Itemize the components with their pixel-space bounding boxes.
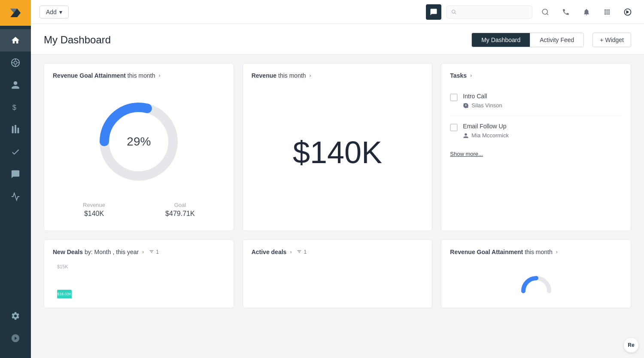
grid-button[interactable] [599,4,615,20]
bar-value: $16.03K [57,292,72,296]
tasks-chevron-icon: › [470,73,472,79]
phone-circle-icon [463,103,469,109]
active-deals-header: Active deals › 1 [252,249,424,255]
chat-icon-button[interactable] [426,4,441,20]
content: My Dashboard My Dashboard Activity Feed … [31,24,644,358]
svg-rect-10 [15,127,16,133]
zendesk-logo-button[interactable] [620,4,635,20]
page-title: My Dashboard [44,34,111,46]
task-item: Intro Call Silas Vinson [450,86,622,116]
donut-wrapper: 29% [91,94,186,189]
revenue-big-value: $140K [252,86,424,218]
search-icon [451,9,457,15]
show-more-link[interactable]: Show more... [450,151,483,157]
tab-activity-feed[interactable]: Activity Feed [530,33,583,47]
revenue-header: Revenue this month › [252,72,424,79]
add-button[interactable]: Add ▾ [39,6,69,18]
revenue-title: Revenue [252,72,276,79]
task-info-1: Intro Call Silas Vinson [463,93,622,109]
main: Add ▾ My Dashboard [31,0,644,358]
active-deals-chevron-icon: › [290,249,292,255]
sidebar-item-deals[interactable]: $ [0,96,31,118]
donut-goal: Goal $479.71K [165,202,195,218]
search-input[interactable] [459,6,528,18]
task-person-2: Mia Mccormick [463,132,622,139]
goal-label: Goal [165,202,195,208]
revenue-goal-title: Revenue Goal Attainment [53,72,126,79]
revenue-goal-bottom-suffix: this month [525,249,553,255]
topbar: Add ▾ [31,0,644,24]
new-deals-by: by: Month [85,249,111,255]
revenue-goal-bottom-chevron-icon: › [556,249,558,255]
search-button[interactable] [538,4,553,20]
add-widget-button[interactable]: + Widget [592,33,631,47]
sidebar-item-settings[interactable] [11,305,20,327]
task-person-1: Silas Vinson [463,102,622,109]
svg-rect-11 [18,130,19,133]
re-badge[interactable]: Re [623,337,639,353]
svg-text:$: $ [12,103,16,111]
task-info-2: Email Follow Up Mia Mccormick [463,123,622,139]
new-deals-year: , this year [113,249,139,255]
sidebar: $ [0,0,31,358]
active-deals-card: Active deals › 1 [243,240,433,308]
revenue-goal-bottom-chart [450,262,622,297]
active-deals-chart-placeholder [252,262,424,297]
new-deals-filter-count: 1 [156,249,159,255]
goal-value: $479.71K [165,210,195,218]
revenue-goal-card: Revenue Goal Attainment this month › 29% [44,63,234,231]
sidebar-item-contacts[interactable] [0,74,31,96]
task-checkbox-2[interactable] [450,124,458,131]
revenue-goal-bottom-title: Revenue Goal Attainment [450,249,523,255]
chevron-down-icon: ▾ [59,9,62,15]
bell-button[interactable] [579,4,594,20]
new-deals-title: New Deals [53,249,83,255]
sidebar-logo[interactable] [0,0,31,26]
donut-stats: Revenue $140K Goal $479.71K [53,202,225,218]
tasks-title: Tasks [450,72,467,79]
active-deals-filter-count: 1 [304,249,307,255]
new-deals-chevron-icon: › [142,249,144,255]
svg-point-12 [542,9,547,14]
sidebar-item-zendesk[interactable] [11,327,20,349]
person-icon [463,133,469,139]
tab-my-dashboard[interactable]: My Dashboard [472,33,530,47]
revenue-card: Revenue this month › $140K [243,63,433,231]
tasks-header: Tasks › [450,72,622,79]
revenue-goal-subtitle: this month [128,72,155,79]
task-checkbox-1[interactable] [450,94,458,101]
sidebar-item-reports[interactable] [0,118,31,141]
revenue-value: $140K [83,210,105,218]
svg-point-3 [14,61,17,64]
donut-chart: 29% Revenue $140K Goal $479.71K [53,86,225,222]
dashboard-grid: Revenue Goal Attainment this month › 29% [31,55,644,317]
chevron-right-icon: › [158,73,160,79]
sidebar-bottom [11,305,20,358]
add-button-label: Add [46,9,57,15]
task-name-2: Email Follow Up [463,123,622,130]
task-name-1: Intro Call [463,93,622,100]
revenue-chevron-icon: › [310,73,311,79]
mini-donut-svg [519,272,553,293]
svg-rect-9 [12,129,14,133]
revenue-goal-bottom-card: Revenue Goal Attainment this month › [441,240,631,308]
new-deals-card: New Deals by: Month , this year › 1 $15K [44,240,234,308]
donut-revenue: Revenue $140K [83,202,105,218]
sidebar-item-messages[interactable] [0,163,31,185]
task-person-name-1: Silas Vinson [471,102,502,109]
sidebar-nav: $ [0,26,31,211]
tasks-card: Tasks › Intro Call Silas Vinson [441,63,631,231]
phone-button[interactable] [558,4,574,20]
filter-icon [149,249,154,255]
sidebar-item-target[interactable] [0,52,31,74]
revenue-goal-header: Revenue Goal Attainment this month › [53,72,225,79]
task-person-name-2: Mia Mccormick [471,132,509,139]
new-deals-header: New Deals by: Month , this year › 1 [53,249,225,255]
active-deals-filter-icon [297,249,302,255]
revenue-this-month: this month [278,72,306,79]
sidebar-item-analytics[interactable] [0,185,31,208]
revenue-goal-bottom-header: Revenue Goal Attainment this month › [450,249,622,255]
task-item-2: Email Follow Up Mia Mccormick [450,116,622,146]
sidebar-item-home[interactable] [0,29,31,52]
sidebar-item-tasks[interactable] [0,141,31,163]
